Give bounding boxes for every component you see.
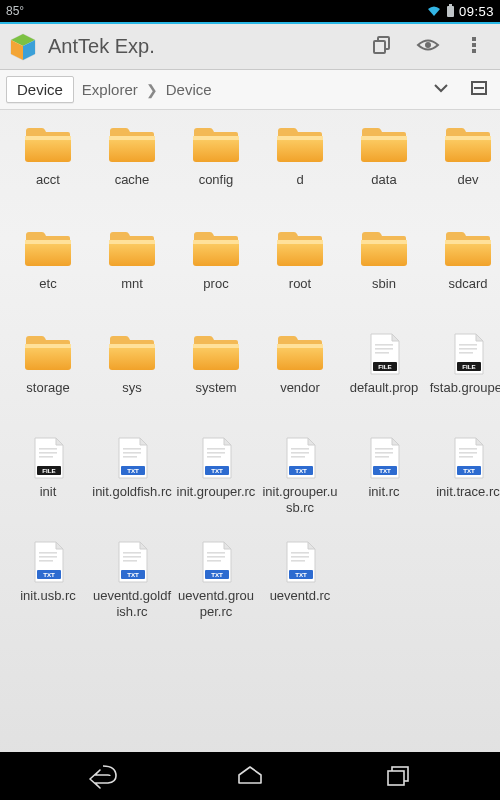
folder-item[interactable]: d	[260, 124, 340, 204]
file-item[interactable]: FILE init	[8, 436, 88, 516]
folder-item[interactable]: sys	[92, 332, 172, 412]
item-label: sdcard	[448, 276, 487, 308]
svg-text:FILE: FILE	[42, 467, 55, 474]
item-label: root	[289, 276, 311, 308]
txt-file-icon: TXT	[104, 436, 160, 480]
folder-item[interactable]: sdcard	[428, 228, 500, 308]
svg-rect-45	[277, 344, 323, 348]
folder-item[interactable]: etc	[8, 228, 88, 308]
expand-button[interactable]	[426, 75, 456, 105]
folder-item[interactable]: system	[176, 332, 256, 412]
tab-device[interactable]: Device	[6, 76, 74, 103]
folder-item[interactable]: dev	[428, 124, 500, 204]
file-item[interactable]: TXT init.grouper.rc	[176, 436, 256, 516]
svg-rect-35	[361, 240, 407, 244]
file-item[interactable]: TXT ueventd.goldfish.rc	[92, 540, 172, 620]
svg-rect-86	[39, 552, 57, 554]
overflow-menu[interactable]	[456, 29, 492, 65]
folder-item[interactable]: root	[260, 228, 340, 308]
back-icon	[86, 763, 120, 789]
folder-item[interactable]: data	[344, 124, 424, 204]
svg-rect-107	[388, 771, 404, 785]
folder-item[interactable]: acct	[8, 124, 88, 204]
file-item[interactable]: TXT init.goldfish.rc	[92, 436, 172, 516]
file-item[interactable]: TXT ueventd.grouper.rc	[176, 540, 256, 620]
file-item[interactable]: FILE default.prop	[344, 332, 424, 412]
item-label: sbin	[372, 276, 396, 308]
svg-rect-71	[291, 448, 309, 450]
svg-rect-82	[459, 452, 477, 454]
svg-rect-15	[25, 136, 71, 140]
item-label: sys	[122, 380, 142, 412]
svg-rect-91	[123, 552, 141, 554]
svg-rect-98	[207, 560, 221, 562]
folder-item[interactable]: cache	[92, 124, 172, 204]
svg-point-8	[425, 42, 431, 48]
svg-rect-48	[375, 352, 389, 354]
svg-rect-72	[291, 452, 309, 454]
app-bar: AntTek Exp.	[0, 22, 500, 70]
item-label: ueventd.goldfish.rc	[92, 588, 172, 620]
item-label: vendor	[280, 380, 320, 412]
file-item[interactable]: TXT ueventd.rc	[260, 540, 340, 620]
folder-icon	[104, 332, 160, 376]
folder-icon	[440, 124, 496, 168]
file-item[interactable]: TXT init.grouper.usb.rc	[260, 436, 340, 516]
svg-rect-58	[39, 456, 53, 458]
folder-icon	[356, 228, 412, 272]
eye-icon	[416, 33, 440, 61]
item-label: cache	[115, 172, 150, 204]
minimize-icon	[470, 79, 488, 101]
item-label: fstab.grouper	[430, 380, 500, 412]
svg-rect-66	[207, 448, 225, 450]
folder-icon	[272, 124, 328, 168]
windows-action[interactable]	[364, 29, 400, 65]
nav-home[interactable]	[205, 756, 295, 796]
svg-rect-56	[39, 448, 57, 450]
home-icon	[235, 763, 265, 789]
breadcrumb-explorer[interactable]: Explorer	[82, 81, 138, 98]
svg-rect-29	[109, 240, 155, 244]
svg-rect-93	[123, 560, 137, 562]
svg-rect-51	[459, 344, 477, 346]
file-item[interactable]: TXT init.rc	[344, 436, 424, 516]
file-grid: acct cache config d data dev	[0, 110, 500, 620]
item-label: acct	[36, 172, 60, 204]
svg-rect-46	[375, 344, 393, 346]
item-label: config	[199, 172, 234, 204]
item-label: init.grouper.rc	[177, 484, 256, 516]
folder-item[interactable]: storage	[8, 332, 88, 412]
file-item[interactable]: TXT init.usb.rc	[8, 540, 88, 620]
wifi-icon	[426, 4, 442, 18]
svg-rect-53	[459, 352, 473, 354]
svg-rect-41	[109, 344, 155, 348]
breadcrumb-device[interactable]: Device	[166, 81, 212, 98]
folder-item[interactable]: config	[176, 124, 256, 204]
svg-rect-88	[39, 560, 53, 562]
item-label: init.trace.rc	[436, 484, 500, 516]
folder-item[interactable]: vendor	[260, 332, 340, 412]
svg-rect-96	[207, 552, 225, 554]
svg-text:TXT: TXT	[295, 571, 307, 578]
collapse-button[interactable]	[464, 75, 494, 105]
nav-back[interactable]	[58, 756, 148, 796]
txt-file-icon: TXT	[440, 436, 496, 480]
file-item[interactable]: TXT init.trace.rc	[428, 436, 500, 516]
svg-rect-87	[39, 556, 57, 558]
folder-icon	[104, 228, 160, 272]
folder-item[interactable]: sbin	[344, 228, 424, 308]
folder-item[interactable]: mnt	[92, 228, 172, 308]
folder-icon	[188, 332, 244, 376]
svg-rect-92	[123, 556, 141, 558]
visibility-action[interactable]	[410, 29, 446, 65]
svg-rect-57	[39, 452, 57, 454]
file-item[interactable]: FILE fstab.grouper	[428, 332, 500, 412]
item-label: init.goldfish.rc	[92, 484, 171, 516]
svg-rect-31	[193, 240, 239, 244]
folder-item[interactable]: proc	[176, 228, 256, 308]
nav-recents[interactable]	[353, 756, 443, 796]
svg-rect-43	[193, 344, 239, 348]
android-status-bar: 85° 09:53	[0, 0, 500, 22]
folder-icon	[188, 124, 244, 168]
svg-rect-101	[291, 552, 309, 554]
